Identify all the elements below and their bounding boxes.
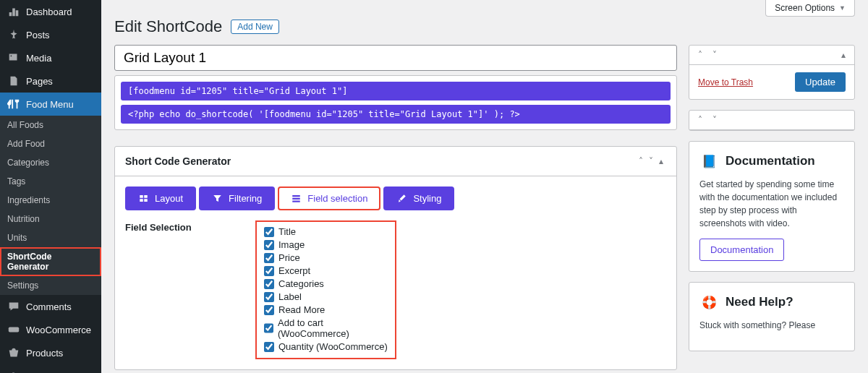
screen-options-toggle[interactable]: Screen Options▼ xyxy=(765,0,855,17)
foodmenu-icon xyxy=(7,98,20,111)
checkbox[interactable] xyxy=(264,240,274,250)
sidebar-item-media[interactable]: Media xyxy=(0,46,101,69)
sidebar-sub-nutrition[interactable]: Nutrition xyxy=(0,210,101,228)
checkbox[interactable] xyxy=(264,342,274,352)
sidebar-item-woocommerce[interactable]: WooCommerce xyxy=(0,318,101,341)
move-to-trash-link[interactable]: Move to Trash xyxy=(698,77,753,87)
post-title-input[interactable] xyxy=(114,45,677,71)
field-excerpt[interactable]: Excerpt xyxy=(264,265,388,276)
sidebar-item-analytics[interactable]: Analytics xyxy=(0,364,101,373)
svg-rect-0 xyxy=(9,327,19,332)
sidebar-sub-add-food[interactable]: Add Food xyxy=(0,134,101,153)
field-selection-label: Field Selection xyxy=(125,220,255,359)
woo-icon xyxy=(7,323,20,336)
chevron-down-icon[interactable]: ˅ xyxy=(710,50,720,60)
sidebar-item-pages[interactable]: Pages xyxy=(0,69,101,93)
chevron-down-icon[interactable]: ˅ xyxy=(710,115,720,125)
sidebar-sub-units[interactable]: Units xyxy=(0,228,101,247)
tab-layout[interactable]: Layout xyxy=(125,186,196,210)
sidebar-item-dashboard[interactable]: Dashboard xyxy=(0,0,101,23)
chevron-down-icon[interactable]: ˅ xyxy=(646,156,656,166)
sidebar-sub-tags[interactable]: Tags xyxy=(0,172,101,191)
collapsed-box: ˄ ˅ xyxy=(689,110,855,131)
checkbox[interactable] xyxy=(264,323,273,333)
tab-styling[interactable]: Styling xyxy=(383,186,454,210)
page-title: Edit ShortCode xyxy=(114,17,222,36)
pages-icon xyxy=(7,74,20,87)
admin-sidebar: DashboardPostsMediaPagesFood MenuAll Foo… xyxy=(0,0,101,373)
checkbox[interactable] xyxy=(264,305,274,315)
media-icon xyxy=(7,51,20,64)
generator-tabs: LayoutFilteringField selectionStyling xyxy=(125,186,666,210)
sidebar-sub-settings[interactable]: Settings xyxy=(0,276,101,295)
main-content: Screen Options▼ Edit ShortCode Add New [… xyxy=(101,0,868,373)
sidebar-sub-categories[interactable]: Categories xyxy=(0,153,101,172)
documentation-panel: 📘Documentation Get started by spending s… xyxy=(689,141,855,272)
sidebar-sub-all-foods[interactable]: All Foods xyxy=(0,116,101,134)
chevron-up-icon[interactable]: ˄ xyxy=(636,156,646,166)
sidebar-item-products[interactable]: Products xyxy=(0,341,101,364)
update-button[interactable]: Update xyxy=(795,72,846,92)
shortcode-generator-box: Short Code Generator ˄ ˅ ▴ LayoutFilteri… xyxy=(114,146,677,370)
publish-box: ˄ ˅ ▴ Move to Trash Update xyxy=(689,45,855,100)
field-image[interactable]: Image xyxy=(264,239,388,250)
documentation-button[interactable]: Documentation xyxy=(699,239,784,261)
pin-icon xyxy=(7,28,20,41)
chevron-up-icon[interactable]: ˄ xyxy=(695,50,705,60)
products-icon xyxy=(7,346,20,359)
sidebar-sub-shortcode-generator[interactable]: ShortCode Generator xyxy=(0,247,101,276)
analytics-icon xyxy=(7,369,20,373)
comments-icon xyxy=(7,300,20,313)
add-new-button[interactable]: Add New xyxy=(231,20,279,34)
code-php[interactable]: <?php echo do_shortcode( '[foodmenu id="… xyxy=(121,105,671,124)
field-read-more[interactable]: Read More xyxy=(264,304,388,315)
tab-filtering[interactable]: Filtering xyxy=(199,186,275,210)
sidebar-item-food-menu[interactable]: Food Menu xyxy=(0,93,101,116)
shortcode-display: [foodmenu id="1205" title="Grid Layout 1… xyxy=(114,75,677,130)
chevron-up-icon[interactable]: ˄ xyxy=(695,115,705,125)
triangle-up-icon[interactable]: ▴ xyxy=(838,50,848,60)
chevron-down-icon: ▼ xyxy=(839,4,846,12)
checkbox[interactable] xyxy=(264,253,274,263)
triangle-up-icon[interactable]: ▴ xyxy=(656,156,666,166)
field-title[interactable]: Title xyxy=(264,226,388,237)
field-label[interactable]: Label xyxy=(264,291,388,302)
document-icon: 📘 xyxy=(699,152,718,171)
tab-field-selection[interactable]: Field selection xyxy=(278,186,380,210)
field-add-to-cart-woocommerce-[interactable]: Add to cart (WooCommerce) xyxy=(264,317,388,339)
sidebar-item-posts[interactable]: Posts xyxy=(0,23,101,46)
code-shortcode[interactable]: [foodmenu id="1205" title="Grid Layout 1… xyxy=(121,82,671,100)
field-quantity-woocommerce-[interactable]: Quantity (WooCommerce) xyxy=(264,341,388,352)
field-price[interactable]: Price xyxy=(264,252,388,263)
need-help-panel: 🛟Need Help? Stuck with something? Please xyxy=(689,282,855,351)
sidebar-sub-ingredients[interactable]: Ingredients xyxy=(0,191,101,210)
checkbox[interactable] xyxy=(264,266,274,276)
field-selection-checklist: TitleImagePriceExcerptCategoriesLabelRea… xyxy=(255,220,396,359)
checkbox[interactable] xyxy=(264,292,274,302)
checkbox[interactable] xyxy=(264,227,274,237)
checkbox[interactable] xyxy=(264,279,274,289)
field-categories[interactable]: Categories xyxy=(264,278,388,289)
help-icon: 🛟 xyxy=(699,293,718,312)
metabox-title: Short Code Generator xyxy=(125,155,636,167)
sidebar-item-comments[interactable]: Comments xyxy=(0,295,101,318)
dashboard-icon xyxy=(7,5,20,18)
